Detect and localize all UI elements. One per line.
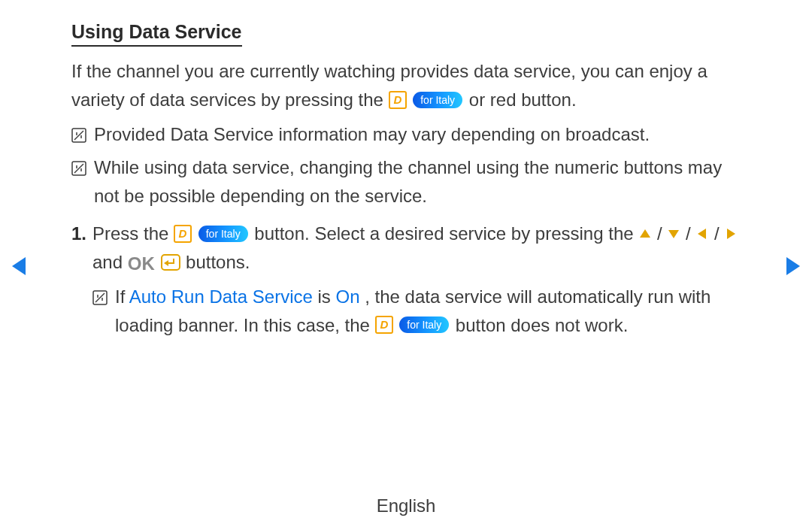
svg-marker-7	[727, 229, 735, 239]
step-1-text-b: button. Select a desired service by pres…	[254, 223, 638, 244]
svg-marker-6	[698, 229, 706, 239]
note-icon	[71, 128, 86, 143]
svg-marker-12	[12, 257, 26, 275]
page-title: Using Data Service	[71, 21, 242, 47]
note-1: Provided Data Service information may va…	[71, 120, 741, 149]
for-italy-badge: for Italy	[399, 316, 449, 333]
note-1-text: Provided Data Service information may va…	[94, 120, 741, 149]
slash-1: /	[657, 223, 667, 244]
slash-3: /	[714, 223, 724, 244]
note-2: While using data service, changing the c…	[71, 153, 741, 210]
for-italy-badge: for Italy	[413, 92, 462, 108]
next-page-arrow[interactable]	[785, 256, 801, 277]
step-1-subnote: If Auto Run Data Service is On , the dat…	[92, 283, 741, 340]
on-label: On	[336, 286, 360, 307]
step-1-text-d: buttons.	[186, 252, 250, 272]
auto-run-label: Auto Run Data Service	[129, 286, 313, 307]
language-footer: English	[0, 495, 812, 516]
svg-marker-13	[786, 257, 800, 275]
note-icon	[71, 161, 86, 176]
slash-2: /	[686, 223, 695, 244]
d-button-icon: D	[389, 91, 407, 109]
step-1: 1. Press the D for Italy button. Select …	[71, 220, 741, 340]
for-italy-badge: for Italy	[198, 226, 248, 242]
d-button-icon: D	[375, 316, 393, 334]
svg-text:D: D	[393, 93, 401, 106]
step-1-text-a: Press the	[92, 223, 174, 244]
d-button-icon: D	[174, 225, 192, 243]
note-icon	[92, 290, 108, 305]
intro-text-2: or red button.	[469, 89, 577, 110]
step-number: 1.	[71, 220, 86, 248]
subnote-a: If	[115, 286, 129, 307]
arrow-down-icon	[667, 227, 680, 241]
svg-text:D: D	[380, 318, 388, 331]
arrow-up-icon	[638, 227, 652, 241]
ok-label: OK	[128, 253, 155, 274]
prev-page-arrow[interactable]	[11, 256, 27, 277]
subnote-d: button does not work.	[456, 315, 628, 335]
svg-text:D: D	[179, 227, 187, 240]
intro-paragraph: If the channel you are currently watchin…	[71, 57, 741, 114]
svg-marker-4	[640, 229, 650, 238]
step-1-text-c: and	[92, 252, 128, 272]
note-2-text: While using data service, changing the c…	[94, 153, 741, 210]
svg-marker-9	[164, 260, 168, 266]
arrow-right-icon	[724, 227, 738, 241]
arrow-left-icon	[695, 227, 709, 241]
enter-icon	[161, 254, 180, 271]
subnote-b: is	[318, 286, 336, 307]
svg-marker-5	[668, 230, 679, 238]
